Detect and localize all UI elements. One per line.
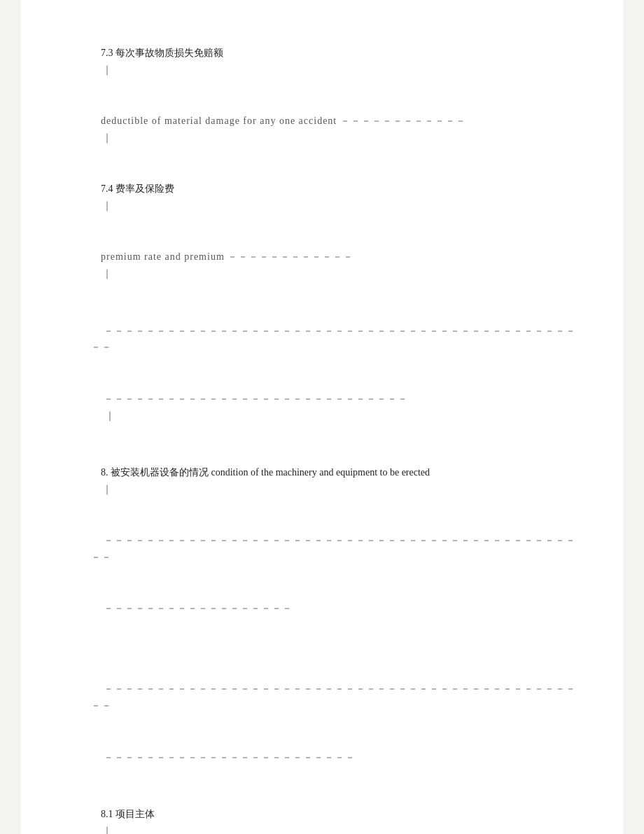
section-74-heading: 7.4 费率及保险费 ｜	[91, 164, 581, 230]
divider-2b: －－－－－－－－－－－－－－－－－－	[91, 584, 581, 634]
section-74-line1: premium rate and premium －－－－－－－－－－－－ ｜	[91, 232, 581, 299]
divider-3b: －－－－－－－－－－－－－－－－－－－－－－－－	[91, 732, 581, 782]
section-8-heading: 8. 被安装机器设备的情况 condition of the machinery…	[91, 447, 581, 514]
divider-1: －－－－－－－－－－－－－－－－－－－－－－－－－－－－－－－－－－－－－－－－…	[91, 306, 581, 373]
section-73-line1: deductible of material damage for any on…	[91, 96, 581, 162]
section-73-heading: 7.3 每次事故物质损失免赔额 ｜	[91, 28, 581, 95]
divider-1b: －－－－－－－－－－－－－－－－－－－－－－－－－－－－－ ｜	[91, 374, 581, 440]
page: 7.3 每次事故物质损失免赔额 ｜ deductible of material…	[21, 0, 623, 834]
divider-2: －－－－－－－－－－－－－－－－－－－－－－－－－－－－－－－－－－－－－－－－…	[91, 515, 581, 582]
spacer1	[91, 646, 581, 663]
divider-3: －－－－－－－－－－－－－－－－－－－－－－－－－－－－－－－－－－－－－－－－…	[91, 665, 581, 731]
section-81-heading: 8.1 项目主体 ｜	[91, 789, 581, 834]
